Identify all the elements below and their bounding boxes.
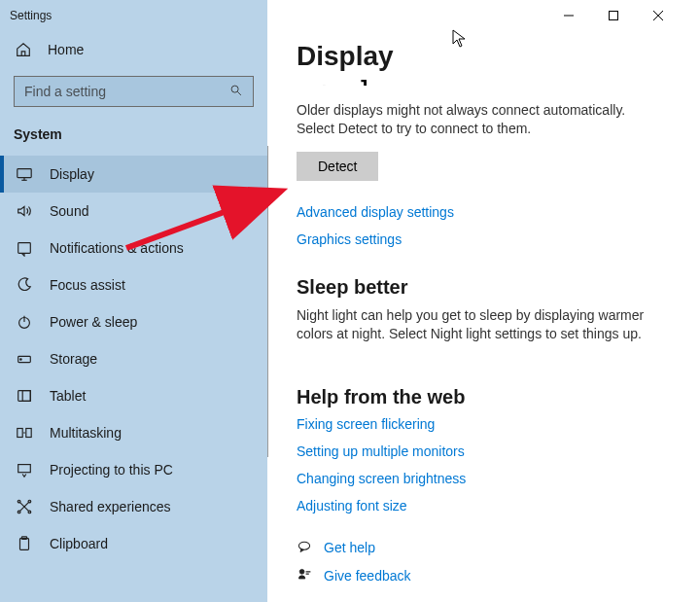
sidebar-item-display[interactable]: Display <box>0 156 267 193</box>
graphics-settings-link[interactable]: Graphics settings <box>297 231 681 247</box>
category-header: System <box>0 121 267 156</box>
search-icon <box>229 84 243 100</box>
sidebar-item-storage[interactable]: Storage <box>0 340 267 377</box>
chat-help-icon <box>297 539 312 557</box>
main-content: Display — · — J Older displays might not… <box>267 0 700 602</box>
feedback-icon <box>297 567 312 585</box>
sidebar-item-label: Clipboard <box>50 536 108 551</box>
close-button[interactable] <box>636 0 681 31</box>
svg-rect-10 <box>18 391 31 402</box>
maximize-button[interactable] <box>591 0 636 31</box>
help-link[interactable]: Changing screen brightness <box>297 471 681 486</box>
sidebar-item-label: Display <box>50 166 94 182</box>
sidebar-item-projecting[interactable]: Projecting to this PC <box>0 451 267 488</box>
display-icon <box>15 165 34 183</box>
sleep-better-heading: Sleep better <box>297 276 681 299</box>
sidebar-item-label: Storage <box>50 351 97 367</box>
sidebar-item-label: Tablet <box>50 388 86 404</box>
svg-point-21 <box>28 511 31 513</box>
svg-rect-22 <box>20 539 29 550</box>
svg-line-1 <box>237 91 241 95</box>
minimize-button[interactable] <box>546 0 591 31</box>
sidebar-item-tablet[interactable]: Tablet <box>0 377 267 414</box>
help-from-web-heading: Help from the web <box>297 386 681 408</box>
svg-point-0 <box>231 86 238 92</box>
titlebar-left: Settings <box>0 0 267 31</box>
moon-icon <box>15 276 34 294</box>
sidebar: Settings Home Find a setting System Disp… <box>0 0 267 602</box>
svg-point-18 <box>18 500 20 503</box>
sidebar-item-sound[interactable]: Sound <box>0 193 267 230</box>
clipped-heading: — · — J <box>297 76 681 86</box>
svg-rect-12 <box>18 429 22 438</box>
give-feedback-link[interactable]: Give feedback <box>324 568 411 584</box>
svg-rect-15 <box>18 465 31 473</box>
svg-point-20 <box>18 511 20 513</box>
svg-point-29 <box>299 569 304 574</box>
titlebar-right <box>297 0 681 31</box>
page-title: Display <box>297 41 681 72</box>
svg-point-28 <box>298 542 309 549</box>
storage-icon <box>15 350 34 368</box>
svg-point-19 <box>28 500 31 503</box>
notifications-icon <box>15 239 34 257</box>
sidebar-item-clipboard[interactable]: Clipboard <box>0 525 267 562</box>
shared-icon <box>15 498 34 515</box>
detect-description: Older displays might not always connect … <box>297 101 656 138</box>
sidebar-item-power-sleep[interactable]: Power & sleep <box>0 303 267 340</box>
svg-rect-25 <box>610 12 618 20</box>
search-placeholder: Find a setting <box>24 84 106 99</box>
get-help-link[interactable]: Get help <box>324 540 375 555</box>
svg-rect-11 <box>22 391 30 402</box>
sidebar-item-label: Sound <box>50 203 88 219</box>
sidebar-item-label: Multitasking <box>50 425 122 441</box>
sidebar-item-focus-assist[interactable]: Focus assist <box>0 266 267 303</box>
svg-rect-2 <box>18 169 31 178</box>
search-input[interactable]: Find a setting <box>14 76 254 107</box>
svg-point-9 <box>20 359 21 360</box>
sidebar-item-label: Shared experiences <box>50 499 171 514</box>
window-title: Settings <box>10 9 52 22</box>
help-link[interactable]: Setting up multiple monitors <box>297 443 681 459</box>
help-link[interactable]: Fixing screen flickering <box>297 416 681 432</box>
sound-icon <box>15 202 34 220</box>
projecting-icon <box>15 461 34 478</box>
svg-rect-13 <box>26 429 31 438</box>
sidebar-item-shared-experiences[interactable]: Shared experiences <box>0 488 267 525</box>
clipboard-icon <box>15 535 34 552</box>
sidebar-item-label: Power & sleep <box>50 314 137 330</box>
detect-button[interactable]: Detect <box>297 152 378 181</box>
advanced-display-settings-link[interactable]: Advanced display settings <box>297 204 681 220</box>
scroll-indicator[interactable] <box>267 146 268 457</box>
svg-rect-5 <box>18 243 31 254</box>
home-button[interactable]: Home <box>0 31 267 68</box>
home-icon <box>15 41 32 58</box>
tablet-icon <box>15 387 34 405</box>
sidebar-item-multitasking[interactable]: Multitasking <box>0 414 267 451</box>
sleep-better-description: Night light can help you get to sleep by… <box>297 306 681 343</box>
sidebar-item-label: Focus assist <box>50 277 125 293</box>
sidebar-item-notifications[interactable]: Notifications & actions <box>0 230 267 266</box>
sidebar-item-label: Notifications & actions <box>50 240 184 256</box>
help-link[interactable]: Adjusting font size <box>297 498 681 513</box>
multitasking-icon <box>15 424 34 442</box>
sidebar-item-label: Projecting to this PC <box>50 462 173 478</box>
home-label: Home <box>48 42 84 57</box>
power-icon <box>15 313 34 331</box>
